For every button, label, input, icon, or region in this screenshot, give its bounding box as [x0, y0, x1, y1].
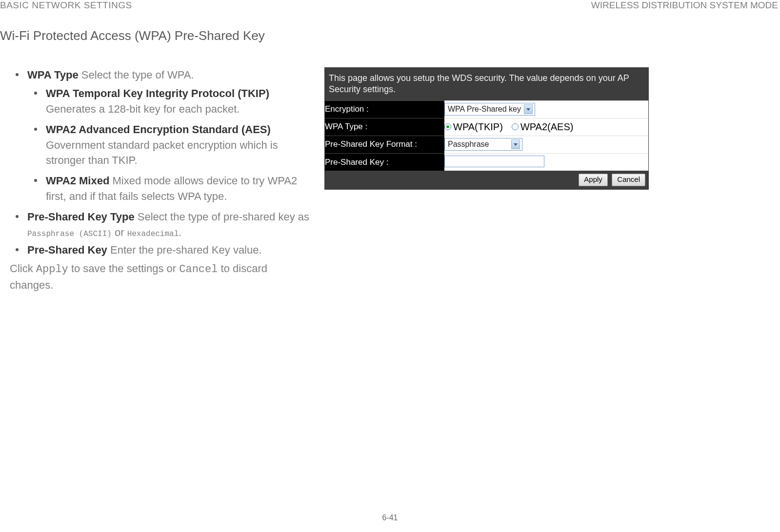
radio-selected-icon [444, 123, 451, 130]
psk-cell [444, 153, 648, 171]
psk-label: Pre-Shared Key [27, 244, 107, 256]
chevron-down-icon [511, 139, 520, 149]
description-column: WPA Type Select the type of WPA. WPA Tem… [10, 67, 310, 293]
header-right: WIRELESS DISTRIBUTION SYSTEM MODE [591, 0, 778, 11]
bullet-mixed: WPA2 Mixed Mixed mode allows device to t… [34, 173, 310, 204]
radio-wpa2-aes[interactable]: WPA2(AES) [512, 121, 574, 133]
settings-table: Encryption : WPA Pre-Shared key WPA Type… [325, 100, 648, 171]
closing-cancel: Cancel [179, 263, 218, 276]
bullet-wpa-type: WPA Type Select the type of WPA. WPA Tem… [16, 67, 310, 204]
encryption-label: Encryption : [325, 100, 444, 118]
aes-desc: Government standard packet encryption wh… [46, 139, 278, 167]
psk-type-desc-1: Select the type of pre-shared key as [135, 211, 309, 223]
psk-format-cell: Passphrase [444, 136, 648, 153]
bullet-psk: Pre-Shared Key Enter the pre-shared Key … [16, 242, 310, 258]
cancel-button[interactable]: Cancel [612, 174, 645, 186]
closing-pre: Click [10, 262, 36, 275]
psk-type-label: Pre-Shared Key Type [27, 211, 135, 223]
tkip-label: WPA Temporal Key Integrity Protocol (TKI… [46, 87, 269, 99]
chevron-down-icon [524, 104, 533, 114]
apply-button[interactable]: Apply [579, 174, 608, 186]
encryption-cell: WPA Pre-Shared key [444, 100, 648, 118]
encryption-value: WPA Pre-Shared key [448, 105, 521, 114]
psk-format-value: Passphrase [448, 140, 489, 149]
psk-format-label: Pre-Shared Key Format : [325, 136, 444, 153]
psk-row-label: Pre-Shared Key : [325, 153, 444, 171]
aes-label: WPA2 Advanced Encryption Standard (AES) [46, 123, 271, 136]
wpa-type-row-label: WPA Type : [325, 118, 444, 136]
radio-tkip-label: WPA(TKIP) [453, 121, 503, 133]
radio-wpa-tkip[interactable]: WPA(TKIP) [444, 121, 503, 133]
radio-aes-label: WPA2(AES) [520, 121, 574, 133]
wpa-type-desc: Select the type of WPA. [79, 69, 194, 81]
bullet-tkip: WPA Temporal Key Integrity Protocol (TKI… [34, 86, 310, 117]
settings-panel: This page allows you setup the WDS secur… [324, 67, 649, 190]
wpa-type-cell: WPA(TKIP) WPA2(AES) [444, 118, 648, 136]
encryption-select[interactable]: WPA Pre-Shared key [444, 103, 535, 116]
content-area: WPA Type Select the type of WPA. WPA Tem… [10, 67, 649, 293]
section-title: Wi-Fi Protected Access (WPA) Pre-Shared … [0, 28, 265, 43]
panel-intro: This page allows you setup the WDS secur… [325, 68, 648, 100]
closing-apply: Apply [36, 263, 68, 276]
wpa-type-label: WPA Type [27, 69, 79, 81]
bullet-aes: WPA2 Advanced Encryption Standard (AES) … [34, 122, 310, 169]
tkip-desc: Generates a 128-bit key for each packet. [46, 103, 240, 115]
psk-type-desc-3: . [179, 226, 181, 238]
closing-text: Click Apply to save the settings or Canc… [10, 261, 310, 293]
page-number: 6-41 [382, 513, 398, 522]
radio-unselected-icon [512, 123, 519, 130]
psk-type-desc-2: or [112, 226, 127, 238]
psk-format-select[interactable]: Passphrase [444, 138, 522, 151]
psk-type-mono-2: Hexadecimal [127, 230, 179, 238]
panel-button-row: Apply Cancel [325, 171, 648, 189]
bullet-psk-type: Pre-Shared Key Type Select the type of p… [16, 209, 310, 240]
mixed-label: WPA2 Mixed [46, 175, 109, 187]
header-left: BASIC NETWORK SETTINGS [0, 0, 132, 11]
psk-desc: Enter the pre-shared Key value. [107, 244, 262, 256]
screenshot-column: This page allows you setup the WDS secur… [324, 67, 649, 293]
psk-input[interactable] [444, 156, 544, 167]
psk-type-mono-1: Passphrase (ASCII) [27, 230, 112, 238]
closing-mid: to save the settings or [68, 262, 179, 275]
